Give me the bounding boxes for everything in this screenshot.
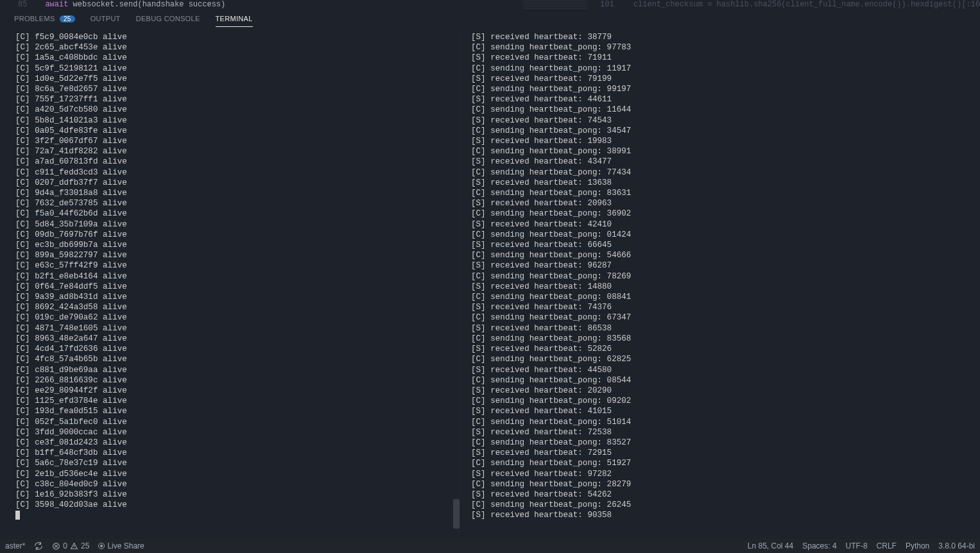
terminal-line: [C] e63c_57ff42f9 alive bbox=[15, 260, 458, 271]
status-eol[interactable]: CRLF bbox=[877, 541, 897, 550]
terminal-line: [S] received heartbeat: 38779 bbox=[471, 32, 979, 42]
terminal-line: [S] received heartbeat: 43477 bbox=[471, 157, 979, 167]
terminal-line: [C] 1e16_92b383f3 alive bbox=[15, 489, 458, 500]
terminal-line: [C] 72a7_41df8282 alive bbox=[15, 146, 458, 157]
terminal-line: [S] received heartbeat: 90358 bbox=[471, 510, 979, 520]
terminal-line: [C] 9a39_ad8b431d alive bbox=[15, 292, 458, 302]
terminal-line: [S] received heartbeat: 52826 bbox=[471, 344, 979, 354]
terminal-line: [C] sending heartbeat_pong: 51014 bbox=[471, 417, 979, 427]
terminal-line: [C] sending heartbeat_pong: 97783 bbox=[471, 42, 979, 53]
terminal-line: [C] 193d_fea0d515 alive bbox=[15, 406, 458, 416]
terminal-line: [C] sending heartbeat_pong: 34547 bbox=[471, 126, 979, 136]
tab-debug-console[interactable]: DEBUG CONSOLE bbox=[136, 15, 200, 22]
terminal-line: [S] received heartbeat: 44580 bbox=[471, 365, 979, 375]
terminal-line: [C] sending heartbeat_pong: 83631 bbox=[471, 188, 979, 198]
terminal-line: [C] sending heartbeat_pong: 08841 bbox=[471, 292, 979, 302]
terminal-line: [S] received heartbeat: 19983 bbox=[471, 136, 979, 146]
terminal-line: [C] sending heartbeat_pong: 36902 bbox=[471, 208, 979, 219]
terminal-line: [S] received heartbeat: 54262 bbox=[471, 489, 979, 500]
status-language[interactable]: Python bbox=[906, 541, 929, 550]
terminal-line: [C] 3f2f_0067df67 alive bbox=[15, 136, 458, 146]
terminal-line: [C] 8692_424a3d58 alive bbox=[15, 302, 458, 312]
terminal-line: [C] 0f64_7e84ddf5 alive bbox=[15, 282, 458, 292]
terminal-line: [C] 4fc8_57a4b65b alive bbox=[15, 354, 458, 364]
editor-fragment: 85 await websocket.send(handshake succes… bbox=[0, 0, 980, 9]
status-bar: aster* 0 25 Live Share Ln 85, Col 44 Spa… bbox=[0, 539, 980, 553]
terminal-line: [C] a7ad_607813fd alive bbox=[15, 157, 458, 167]
terminal-line: [C] sending heartbeat_pong: 62825 bbox=[471, 354, 979, 364]
terminal-line: [C] sending heartbeat_pong: 11917 bbox=[471, 64, 979, 74]
live-share-icon bbox=[98, 543, 105, 549]
terminal-line: [C] c881_d9be69aa alive bbox=[15, 365, 458, 375]
terminal-line: [C] sending heartbeat_pong: 01424 bbox=[471, 230, 979, 240]
terminal-line: [C] 8c6a_7e8d2657 alive bbox=[15, 84, 458, 94]
terminal-pane-right[interactable]: [S] received heartbeat: 38779[C] sending… bbox=[460, 28, 980, 539]
terminal-line: [S] received heartbeat: 96287 bbox=[471, 260, 979, 271]
terminal-line: [C] 5a6c_78e37c19 alive bbox=[15, 458, 458, 468]
terminal-line: [S] received heartbeat: 79199 bbox=[471, 74, 979, 84]
tab-output[interactable]: OUTPUT bbox=[90, 15, 121, 22]
terminal-line: [S] received heartbeat: 13638 bbox=[471, 178, 979, 188]
terminal-line: [C] sending heartbeat_pong: 26245 bbox=[471, 500, 979, 510]
terminal-line: [C] f5a0_44f62b6d alive bbox=[15, 208, 458, 219]
terminal-line: [C] sending heartbeat_pong: 83568 bbox=[471, 334, 979, 344]
tab-problems[interactable]: PROBLEMS 25 bbox=[14, 15, 75, 22]
panel-tab-bar: PROBLEMS 25 OUTPUT DEBUG CONSOLE TERMINA… bbox=[0, 9, 980, 28]
status-branch[interactable]: aster* bbox=[5, 541, 25, 550]
problems-count-badge: 25 bbox=[60, 15, 75, 22]
status-sync[interactable] bbox=[34, 541, 43, 550]
terminal-line: [C] a420_5d7cb580 alive bbox=[15, 105, 458, 115]
status-problems[interactable]: 0 25 bbox=[52, 541, 89, 550]
minimap[interactable] bbox=[523, 0, 587, 9]
terminal-area: [C] f5c9_0084e0cb alive[C] 2c65_abcf453e… bbox=[0, 28, 980, 539]
terminal-line: [C] 0207_ddfb37f7 alive bbox=[15, 178, 458, 188]
scrollbar-thumb[interactable] bbox=[453, 499, 460, 529]
status-live-share-label: Live Share bbox=[107, 541, 144, 550]
terminal-line: [C] ec3b_db699b7a alive bbox=[15, 240, 458, 250]
terminal-line: [C] sending heartbeat_pong: 83527 bbox=[471, 438, 979, 448]
terminal-line: [C] 2e1b_d536ec4e alive bbox=[15, 469, 458, 479]
terminal-line: [C] sending heartbeat_pong: 11644 bbox=[471, 105, 979, 115]
terminal-line: [C] 052f_5a1bfec0 alive bbox=[15, 417, 458, 427]
terminal-line: [C] b1ff_648cf3db alive bbox=[15, 448, 458, 458]
terminal-line: [C] 0a05_4dfe83fe alive bbox=[15, 126, 458, 136]
terminal-line: [C] 3598_402d03ae alive bbox=[15, 500, 458, 510]
status-interpreter[interactable]: 3.8.0 64-bi bbox=[938, 541, 975, 550]
terminal-line: [S] received heartbeat: 97282 bbox=[471, 469, 979, 479]
warning-icon bbox=[70, 542, 78, 550]
terminal-line: [C] 3fdd_9000ccac alive bbox=[15, 427, 458, 438]
terminal-line: [S] received heartbeat: 20963 bbox=[471, 198, 979, 208]
status-ln-col[interactable]: Ln 85, Col 44 bbox=[748, 541, 793, 550]
status-spaces[interactable]: Spaces: 4 bbox=[802, 541, 836, 550]
status-warning-count: 25 bbox=[81, 541, 89, 550]
terminal-line: [C] sending heartbeat_pong: 51927 bbox=[471, 458, 979, 468]
editor-code-left[interactable]: await websocket.send(handshake success) bbox=[45, 0, 225, 9]
sync-icon bbox=[34, 541, 43, 550]
terminal-line: [C] c38c_804ed0c9 alive bbox=[15, 479, 458, 489]
terminal-line: [S] received heartbeat: 42410 bbox=[471, 219, 979, 230]
terminal-line: [S] received heartbeat: 74543 bbox=[471, 115, 979, 126]
status-live-share[interactable]: Live Share bbox=[98, 541, 144, 550]
terminal-line: [C] 2c65_abcf453e alive bbox=[15, 42, 458, 53]
terminal-line: [C] ee29_80944f2f alive bbox=[15, 386, 458, 396]
terminal-line: [C] sending heartbeat_pong: 77434 bbox=[471, 167, 979, 178]
terminal-line: [S] received heartbeat: 86538 bbox=[471, 323, 979, 334]
terminal-line: [C] sending heartbeat_pong: 08544 bbox=[471, 375, 979, 386]
terminal-line: [C] 4871_748e1605 alive bbox=[15, 323, 458, 334]
terminal-line: [C] sending heartbeat_pong: 78269 bbox=[471, 271, 979, 282]
terminal-line: [C] f5c9_0084e0cb alive bbox=[15, 32, 458, 42]
terminal-line: [C] 1125_efd3784e alive bbox=[15, 396, 458, 406]
terminal-line: [S] received heartbeat: 66645 bbox=[471, 240, 979, 250]
terminal-line: [C] 1d0e_5d22e7f5 alive bbox=[15, 74, 458, 84]
terminal-line: [C] sending heartbeat_pong: 54666 bbox=[471, 250, 979, 260]
tab-terminal[interactable]: TERMINAL bbox=[216, 15, 253, 27]
terminal-line: [C] 4cd4_17fd2636 alive bbox=[15, 344, 458, 354]
terminal-line: [S] received heartbeat: 20290 bbox=[471, 386, 979, 396]
terminal-pane-left[interactable]: [C] f5c9_0084e0cb alive[C] 2c65_abcf453e… bbox=[0, 28, 460, 539]
terminal-line: [S] received heartbeat: 44611 bbox=[471, 94, 979, 105]
status-encoding[interactable]: UTF-8 bbox=[846, 541, 868, 550]
terminal-line: [C] c911_fedd3cd3 alive bbox=[15, 167, 458, 178]
terminal-line: [C] b2f1_e8eb4164 alive bbox=[15, 271, 458, 282]
terminal-line: [C] 1a5a_c408bbdc alive bbox=[15, 53, 458, 63]
editor-code-right[interactable]: client_checksum = hashlib.sha256(client_… bbox=[633, 0, 980, 9]
